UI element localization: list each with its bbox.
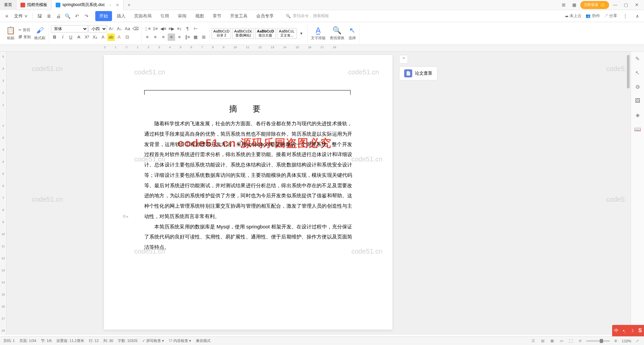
grid-icon[interactable]: ▦	[570, 0, 579, 10]
zoom-out-button[interactable]: ⊖	[577, 338, 584, 344]
sort-button[interactable]: ≡↕	[176, 25, 183, 32]
status-row[interactable]: 行: 12	[89, 338, 99, 343]
clear-format[interactable]: ⌫	[132, 25, 139, 32]
text-effect[interactable]: A	[99, 33, 107, 41]
ribbon-layout[interactable]: 页面布局	[130, 11, 156, 21]
ime-bar[interactable]: 中 •, ☽ S	[612, 325, 644, 336]
tab-home[interactable]: 首页	[0, 0, 16, 10]
add-tab-button[interactable]: +	[123, 2, 135, 8]
redo-icon[interactable]: ↷	[83, 12, 91, 20]
style-comment[interactable]: AaBbCcD批注主题	[255, 28, 276, 39]
ribbon-review[interactable]: 审阅	[174, 11, 191, 21]
collab-button[interactable]: 👥 协作	[586, 13, 600, 19]
close-tab-icon[interactable]: ✕	[116, 3, 119, 7]
copy-button[interactable]: 🗐 复制	[18, 34, 32, 40]
view-web-icon[interactable]: ▦	[549, 338, 555, 344]
status-position[interactable]: 设置值: 11.2厘米	[56, 338, 84, 343]
status-pages[interactable]: 页面: 1/34	[19, 338, 36, 343]
italic-button[interactable]: I	[59, 33, 66, 41]
menu-icon[interactable]: ≡	[3, 12, 11, 20]
plagiarism-check-button[interactable]: 📄 论文查重	[399, 66, 437, 80]
paragraph-2[interactable]: 本简历系统采用的数据库是 Mysql，使用 springboot 框架开发。在设…	[144, 222, 352, 253]
indent-button[interactable]: ≡▶	[168, 25, 175, 32]
align-justify[interactable]: ≡	[168, 33, 175, 41]
view-outline-icon[interactable]: ▭	[558, 338, 565, 344]
tabs-button[interactable]: ⊢	[192, 25, 199, 32]
content-check[interactable]: 🛡 内容检查 ▾	[169, 338, 191, 343]
settings-icon[interactable]: ⚙	[634, 83, 641, 90]
increase-font[interactable]: A↑	[108, 25, 115, 32]
status-section[interactable]: 节: 1/6	[41, 338, 52, 343]
select-button[interactable]: ↖选择	[347, 26, 357, 41]
doc-body[interactable]: 随着科学技术的飞速发展，社会的方方面面、各行各业都在努力与现代的先进技术接轨，通…	[144, 119, 352, 253]
undo-icon[interactable]: ↶	[73, 12, 81, 20]
ime-s-icon[interactable]: S	[638, 328, 642, 334]
underline-button[interactable]: U	[67, 33, 74, 41]
ribbon-dev[interactable]: 开发工具	[226, 11, 252, 21]
view-page-icon[interactable]: ▤	[539, 338, 546, 344]
subscript-button[interactable]: X₂	[91, 33, 99, 41]
ribbon-member[interactable]: 会员专享	[252, 11, 278, 21]
strike-button[interactable]: A	[75, 33, 83, 41]
cut-button[interactable]: ✂ 剪切	[18, 27, 32, 33]
border-button[interactable]: ⊡	[123, 33, 131, 41]
scrollbar-vertical[interactable]	[626, 52, 631, 335]
font-name-select[interactable]: 宋体	[51, 25, 88, 32]
page[interactable]: code51.cn code51.cn code51.cn code51.cn …	[104, 55, 392, 330]
align-right[interactable]: ≡	[160, 33, 167, 41]
change-case[interactable]: Aa	[124, 25, 131, 32]
expand-icon[interactable]: ∧	[633, 12, 641, 20]
preview-icon[interactable]: 🔍	[64, 12, 72, 20]
styles-more[interactable]: ▾	[298, 30, 305, 37]
share-button[interactable]: ↗ 分享	[604, 13, 617, 19]
decrease-font[interactable]: A↓	[116, 25, 123, 32]
distribute[interactable]: ≡	[176, 33, 183, 41]
ribbon-view[interactable]: 视图	[191, 11, 208, 21]
pencil-icon[interactable]: ✎	[634, 55, 641, 62]
ime-moon-icon[interactable]: ☽	[630, 328, 634, 333]
command-search[interactable]: 🔍查找命令、搜索模板	[286, 13, 329, 19]
fit-icon[interactable]: ⤢	[634, 338, 641, 344]
maximize-button[interactable]: ▢	[621, 0, 631, 10]
format-painter[interactable]: 🖌格式刷	[33, 26, 47, 41]
style-toc2[interactable]: AaBbCcD目录 2	[212, 28, 231, 39]
ime-lang[interactable]: 中	[614, 328, 619, 334]
more-icon[interactable]: ⋮	[621, 12, 629, 20]
tab-template[interactable]: 找稻壳模板	[16, 0, 52, 10]
highlight-button[interactable]: ab	[107, 33, 115, 41]
login-button[interactable]: 立即登录	[580, 1, 609, 9]
restore-icon[interactable]: ▫	[110, 3, 111, 7]
fullscreen-icon[interactable]: ⛶	[568, 338, 574, 344]
scroll-thumb[interactable]	[627, 55, 630, 88]
text-layout-button[interactable]: A̲文字排版	[310, 26, 327, 41]
doc-title[interactable]: 摘 要	[104, 104, 392, 114]
tab-document[interactable]: springboot简历系统.doc▫✕	[52, 0, 123, 10]
close-button[interactable]: ✕	[632, 0, 641, 10]
print-icon[interactable]: 🖨	[54, 12, 62, 20]
outdent-button[interactable]: ◀≡	[160, 25, 167, 32]
save-icon[interactable]: 🖫	[36, 12, 44, 20]
style-normal[interactable]: AaBbCcDc普通(网站)	[232, 28, 254, 39]
paragraph-1[interactable]: 随着科学技术的飞速发展，社会的方方面面、各行各业都在努力与现代的先进技术接轨，通…	[144, 119, 352, 222]
ribbon-chapter[interactable]: 章节	[209, 11, 225, 21]
status-page-num[interactable]: 页码: 1	[3, 338, 15, 343]
collapse-panel-button[interactable]: ⌃	[399, 55, 408, 64]
zoom-slider[interactable]	[586, 340, 610, 342]
file-menu[interactable]: 文件 ∨	[12, 13, 30, 19]
style-body[interactable]: AaBbCcL正文首...	[277, 28, 297, 39]
align-center[interactable]: ≡	[152, 33, 159, 41]
paste-button[interactable]: 📋粘贴	[5, 26, 16, 41]
saveas-icon[interactable]: 🗎	[45, 12, 53, 20]
marks-button[interactable]: ¶	[184, 25, 191, 32]
bullets-button[interactable]: ⋮≡	[144, 25, 151, 32]
line-spacing[interactable]: ‖≡	[184, 33, 191, 41]
zoom-level[interactable]: 110%	[622, 339, 631, 343]
ribbon-ref[interactable]: 引用	[156, 11, 173, 21]
diamond-icon[interactable]: ◈	[634, 111, 641, 119]
ribbon-insert[interactable]: 插入	[113, 11, 129, 21]
cursor-icon[interactable]: ↖	[634, 69, 641, 76]
ribbon-start[interactable]: 开始	[95, 11, 112, 21]
align-left[interactable]: ≡	[144, 33, 151, 41]
ime-punct-icon[interactable]: •,	[623, 328, 626, 333]
spell-check[interactable]: ✓ 拼写检查 ▾	[142, 338, 164, 343]
